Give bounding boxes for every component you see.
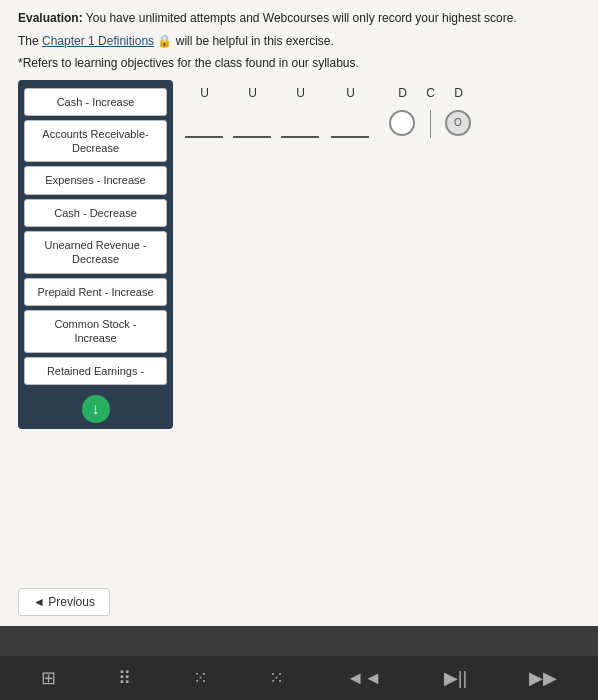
eval-label: Evaluation:: [18, 11, 83, 25]
col-letter-d2: D: [453, 86, 463, 100]
play-pause-icon[interactable]: ▶||: [434, 663, 477, 693]
grid-icon[interactable]: ⊞: [31, 663, 66, 693]
scroll-down-button[interactable]: ↓: [82, 395, 110, 423]
dots-icon-1[interactable]: ⁙: [183, 663, 218, 693]
drag-item-unearned-revenue[interactable]: Unearned Revenue -Decrease: [24, 231, 167, 274]
drag-item-expenses-increase[interactable]: Expenses - Increase: [24, 166, 167, 194]
drag-item-prepaid-rent[interactable]: Prepaid Rent - Increase: [24, 278, 167, 306]
drag-item-ar-decrease[interactable]: Accounts Receivable-Decrease: [24, 120, 167, 163]
drag-item-cash-decrease[interactable]: Cash - Decrease: [24, 199, 167, 227]
drag-item-common-stock[interactable]: Common Stock -Increase: [24, 310, 167, 353]
drag-item-retained-earnings[interactable]: Retained Earnings -: [24, 357, 167, 385]
chapter-file-icon: 🔒: [157, 34, 172, 48]
drop-box-2[interactable]: [233, 110, 271, 138]
drop-box-1[interactable]: [185, 110, 223, 138]
apps-icon[interactable]: ⠿: [108, 663, 141, 693]
chapter-text: The: [18, 34, 42, 48]
col-letter-d1: D: [397, 86, 407, 100]
arrow-down-icon: ↓: [92, 400, 100, 418]
exercise-area: Cash - Increase Accounts Receivable-Decr…: [18, 80, 580, 429]
circle-d2: O: [445, 110, 471, 136]
drag-list: Cash - Increase Accounts Receivable-Decr…: [18, 80, 173, 429]
drop-zone-area: U U U U D: [185, 80, 580, 138]
dots-icon-2[interactable]: ⁙: [259, 663, 294, 693]
col-letter-1: U: [199, 86, 209, 100]
drop-box-4[interactable]: [331, 110, 369, 138]
dark-spacer: [0, 626, 598, 656]
col-letter-c: C: [425, 86, 435, 100]
col-letter-3: U: [295, 86, 305, 100]
circle-d1: [389, 110, 415, 136]
col-letter-2: U: [247, 86, 257, 100]
chapter-link[interactable]: Chapter 1 Definitions: [42, 34, 154, 48]
drop-box-3[interactable]: [281, 110, 319, 138]
eval-text: You have unlimited attempts and Webcours…: [83, 11, 517, 25]
eval-paragraph: Evaluation: You have unlimited attempts …: [18, 10, 580, 27]
fast-forward-icon[interactable]: ▶▶: [519, 663, 567, 693]
main-content: Evaluation: You have unlimited attempts …: [0, 0, 598, 578]
previous-button[interactable]: ◄ Previous: [18, 588, 110, 616]
asterisk-note: *Refers to learning objectives for the c…: [18, 56, 580, 70]
previous-area: ◄ Previous: [0, 578, 598, 626]
col-letter-4: U: [345, 86, 355, 100]
chapter-suffix: will be helpful in this exercise.: [176, 34, 334, 48]
drag-item-cash-increase[interactable]: Cash - Increase: [24, 88, 167, 116]
rewind-icon[interactable]: ◄◄: [336, 664, 392, 693]
chapter-paragraph: The Chapter 1 Definitions 🔒 will be help…: [18, 33, 580, 50]
bottom-nav-bar: ⊞ ⠿ ⁙ ⁙ ◄◄ ▶|| ▶▶: [0, 656, 598, 700]
